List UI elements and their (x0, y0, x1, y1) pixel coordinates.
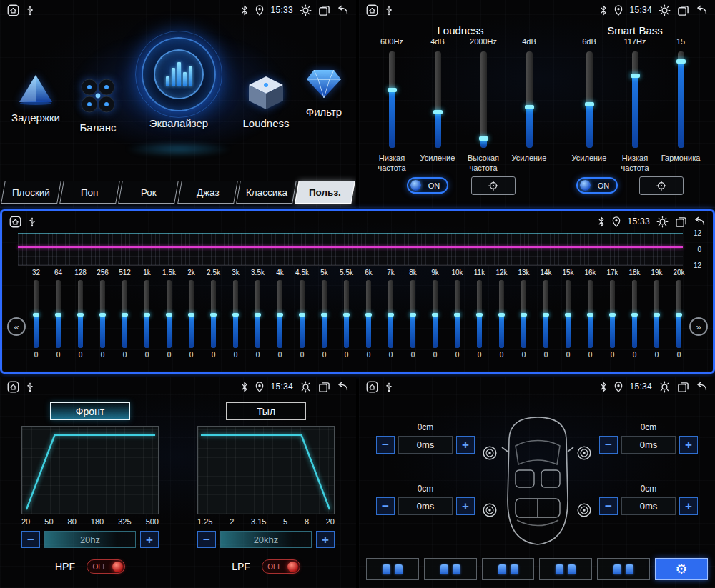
menu-item-equalizer[interactable]: Эквалайзер (122, 37, 236, 129)
delay-minus-button[interactable]: − (376, 497, 395, 515)
band-slider[interactable] (122, 280, 127, 348)
lpf-minus-button[interactable]: − (197, 531, 216, 548)
band-slider[interactable] (566, 280, 571, 348)
delay-plus-button[interactable]: + (679, 436, 698, 454)
delay-plus-button[interactable]: + (679, 497, 698, 515)
menu-item-loudness[interactable]: Loudness (233, 74, 299, 129)
band-slider[interactable] (477, 280, 482, 348)
band-slider[interactable] (100, 280, 105, 348)
band-slider[interactable] (410, 280, 415, 348)
preset-tab[interactable]: Польз. (295, 181, 355, 204)
band-slider[interactable] (455, 280, 460, 348)
lpf-frequency-value[interactable]: 20khz (220, 531, 312, 548)
band-slider[interactable] (499, 280, 504, 348)
band-gain-value: 0 (522, 351, 526, 359)
recents-icon[interactable] (318, 381, 330, 393)
home-icon[interactable] (7, 381, 19, 393)
slider-track[interactable] (586, 51, 593, 148)
home-icon[interactable] (7, 4, 19, 16)
band-slider[interactable] (56, 280, 61, 348)
menu-item-delays[interactable]: Задержки (6, 73, 66, 124)
band-slider[interactable] (610, 280, 615, 348)
band-slider[interactable] (433, 280, 438, 348)
lpf-plus-button[interactable]: + (316, 531, 335, 548)
eq-curve-area: 12 0 -12 (18, 233, 683, 266)
preset-tab[interactable]: Джаз (177, 181, 238, 204)
home-icon[interactable] (366, 4, 378, 16)
hpf-plus-button[interactable]: + (140, 531, 159, 548)
band-slider[interactable] (300, 280, 305, 348)
recents-icon[interactable] (677, 381, 689, 393)
band-slider[interactable] (588, 280, 593, 348)
hpf-off-toggle[interactable]: OFF (87, 559, 125, 574)
delay-plus-button[interactable]: + (456, 497, 475, 515)
preset-tab[interactable]: Плоский (1, 181, 61, 204)
delay-minus-button[interactable]: − (599, 436, 618, 454)
band-slider[interactable] (255, 280, 260, 348)
band-slider[interactable] (211, 280, 216, 348)
recents-icon[interactable] (675, 216, 687, 228)
band-slider[interactable] (78, 280, 83, 348)
back-icon[interactable] (696, 4, 708, 16)
menu-item-balance[interactable]: Баланс (67, 76, 129, 134)
delay-minus-button[interactable]: − (599, 497, 618, 515)
delay-plus-button[interactable]: + (456, 436, 475, 454)
band-slider[interactable] (388, 280, 393, 348)
home-icon[interactable] (366, 381, 378, 393)
seat-config-button-5[interactable] (597, 558, 650, 580)
slider-track[interactable] (678, 51, 684, 148)
brightness-icon[interactable] (659, 4, 671, 16)
hpf-minus-button[interactable]: − (21, 531, 40, 548)
seat-config-button-3[interactable] (482, 558, 535, 580)
lpf-off-toggle[interactable]: OFF (262, 559, 300, 574)
slider-track[interactable] (632, 51, 638, 148)
preset-tab[interactable]: Поп (59, 181, 120, 204)
slider-track[interactable] (435, 51, 441, 148)
seat-config-button-1[interactable] (366, 558, 419, 580)
back-icon[interactable] (337, 4, 349, 16)
recents-icon[interactable] (677, 4, 689, 16)
prev-page-button[interactable]: « (7, 317, 26, 336)
slider-track[interactable] (526, 51, 533, 148)
next-page-button[interactable]: » (689, 317, 708, 336)
seat-config-button-4[interactable] (539, 558, 592, 580)
brightness-icon[interactable] (300, 381, 312, 393)
brightness-icon[interactable] (300, 4, 312, 16)
tab-rear[interactable]: Тыл (226, 402, 306, 420)
band-slider[interactable] (632, 280, 637, 348)
band-slider[interactable] (676, 280, 681, 348)
back-icon[interactable] (337, 381, 349, 393)
band-slider[interactable] (233, 280, 238, 348)
slider-track[interactable] (389, 51, 395, 148)
band-slider[interactable] (34, 280, 39, 348)
band-slider[interactable] (543, 280, 548, 348)
brightness-icon[interactable] (656, 216, 669, 228)
band-slider[interactable] (322, 280, 327, 348)
slider-track[interactable] (480, 51, 487, 148)
seat-config-button-2[interactable] (424, 558, 477, 580)
band-slider[interactable] (144, 280, 149, 348)
recents-icon[interactable] (318, 4, 330, 16)
band-slider[interactable] (189, 280, 194, 348)
menu-item-filter[interactable]: Фильтр (296, 67, 352, 118)
home-icon[interactable] (9, 216, 21, 228)
back-icon[interactable] (696, 381, 708, 393)
band-slider[interactable] (167, 280, 172, 348)
preset-tab[interactable]: Рок (119, 181, 179, 204)
tab-front[interactable]: Фронт (50, 402, 130, 420)
back-icon[interactable] (694, 216, 706, 228)
band-slider[interactable] (521, 280, 526, 348)
hpf-frequency-value[interactable]: 20hz (44, 531, 136, 548)
band-slider[interactable] (654, 280, 659, 348)
loudness-reset-button[interactable] (471, 176, 516, 195)
settings-button[interactable]: ⚙ (655, 558, 708, 580)
band-slider[interactable] (366, 280, 371, 348)
band-slider[interactable] (344, 280, 349, 348)
smartbass-reset-button[interactable] (639, 176, 684, 195)
band-slider[interactable] (277, 280, 282, 348)
smartbass-on-toggle[interactable]: ON (576, 177, 618, 194)
preset-tab[interactable]: Классика (236, 181, 297, 204)
brightness-icon[interactable] (659, 381, 671, 393)
loudness-on-toggle[interactable]: ON (407, 177, 448, 194)
delay-minus-button[interactable]: − (376, 436, 395, 454)
